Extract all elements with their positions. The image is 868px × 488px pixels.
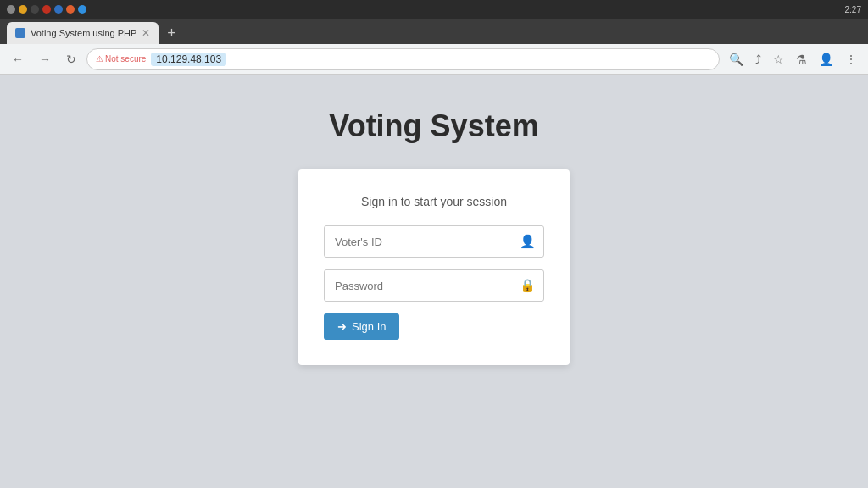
password-input[interactable]: [324, 269, 544, 302]
voter-id-group: 👤: [324, 225, 544, 258]
sign-in-button[interactable]: ➜ Sign In: [324, 313, 399, 340]
zoom-button[interactable]: 🔍: [725, 50, 748, 69]
reload-button[interactable]: ↻: [61, 49, 81, 69]
address-bar[interactable]: ⚠ Not secure 10.129.48.103: [86, 48, 720, 70]
toolbar-right-icons: 🔍 ⤴ ☆ ⚗ 👤 ⋮: [725, 50, 861, 69]
sign-in-label: Sign In: [352, 320, 386, 333]
profile-button[interactable]: 👤: [815, 50, 837, 69]
tab-favicon: [15, 28, 25, 38]
login-card: Sign in to start your session 👤 🔒 ➜ Sign…: [298, 169, 570, 365]
back-button[interactable]: ←: [7, 49, 29, 69]
password-group: 🔒: [324, 269, 544, 302]
tab-close-button[interactable]: ✕: [142, 27, 150, 39]
share-button[interactable]: ⤴: [751, 50, 765, 69]
sign-in-icon: ➜: [337, 320, 347, 333]
app-icon-4: [42, 5, 51, 14]
bookmark-button[interactable]: ☆: [769, 50, 788, 69]
warning-icon: ⚠: [96, 54, 103, 64]
browser-titlebar: 2:27: [0, 0, 868, 19]
app-icon-6: [66, 5, 75, 14]
forward-button[interactable]: →: [34, 49, 56, 69]
app-icon-5: [54, 5, 63, 14]
app-icon-1: [7, 5, 15, 14]
lock-icon: 🔒: [520, 278, 536, 293]
voter-id-input[interactable]: [324, 225, 544, 258]
login-subtitle: Sign in to start your session: [324, 195, 544, 208]
new-tab-button[interactable]: +: [164, 22, 180, 44]
app-icon-2: [19, 5, 27, 14]
page-title: Voting System: [329, 108, 538, 144]
menu-button[interactable]: ⋮: [841, 50, 861, 69]
extensions-button[interactable]: ⚗: [792, 50, 811, 69]
titlebar-clock: 2:27: [845, 5, 861, 14]
browser-toolbar: ← → ↻ ⚠ Not secure 10.129.48.103 🔍 ⤴ ☆ ⚗…: [0, 44, 868, 75]
titlebar-icons: [7, 5, 86, 14]
app-icon-7: [78, 5, 86, 14]
user-icon: 👤: [520, 234, 536, 249]
app-icon-3: [31, 5, 39, 14]
page-content: Voting System Sign in to start your sess…: [0, 75, 868, 488]
address-text: 10.129.48.103: [151, 53, 226, 66]
browser-tab-active[interactable]: Voting System using PHP ✕: [7, 22, 159, 44]
not-secure-badge: ⚠ Not secure: [96, 54, 146, 64]
browser-tabbar: Voting System using PHP ✕ +: [0, 19, 868, 44]
tab-title: Voting System using PHP: [31, 28, 136, 38]
